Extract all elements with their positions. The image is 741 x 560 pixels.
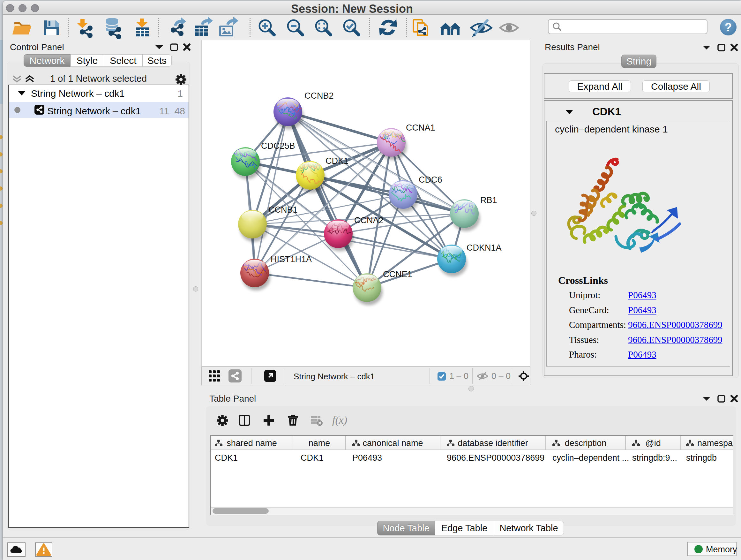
- svg-text:CCNA2: CCNA2: [354, 215, 384, 225]
- svg-text:RB1: RB1: [480, 195, 497, 205]
- svg-text:CCNE1: CCNE1: [383, 269, 412, 279]
- svg-text:CDKN1A: CDKN1A: [467, 243, 502, 253]
- svg-text:f(x): f(x): [332, 415, 347, 426]
- svg-text:CCNA1: CCNA1: [406, 123, 435, 132]
- svg-text:CDC6: CDC6: [419, 175, 442, 185]
- svg-text:CDK1: CDK1: [326, 156, 348, 166]
- svg-text:CCNB2: CCNB2: [305, 91, 334, 101]
- svg-text:?: ?: [725, 21, 732, 34]
- svg-text:HIST1H1A: HIST1H1A: [271, 254, 312, 264]
- svg-text:CCNB1: CCNB1: [268, 205, 298, 214]
- svg-text:CDC25B: CDC25B: [261, 141, 295, 151]
